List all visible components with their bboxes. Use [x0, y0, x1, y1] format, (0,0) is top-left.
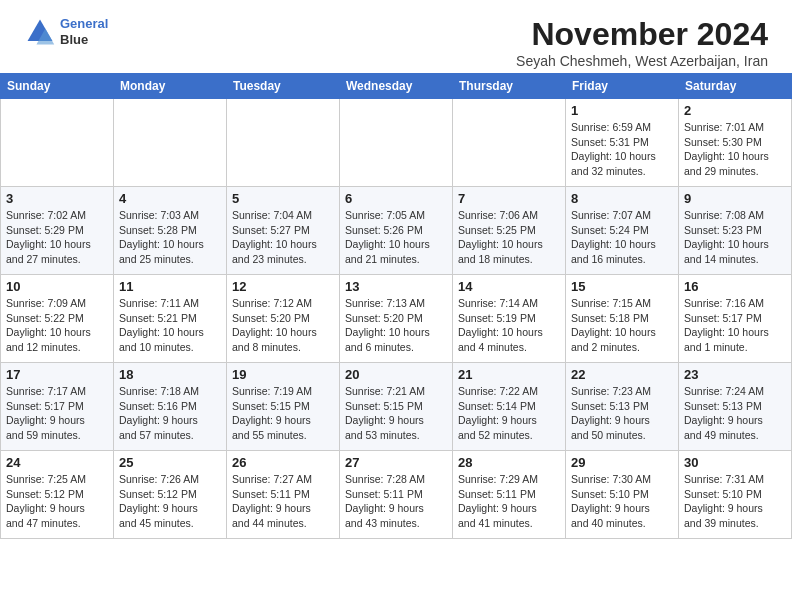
day-info: Sunrise: 7:23 AM Sunset: 5:13 PM Dayligh… — [571, 384, 673, 443]
day-info: Sunrise: 7:21 AM Sunset: 5:15 PM Dayligh… — [345, 384, 447, 443]
weekday-header-friday: Friday — [566, 74, 679, 99]
weekday-header-thursday: Thursday — [453, 74, 566, 99]
day-info: Sunrise: 7:27 AM Sunset: 5:11 PM Dayligh… — [232, 472, 334, 531]
day-number: 28 — [458, 455, 560, 470]
calendar-cell: 2Sunrise: 7:01 AM Sunset: 5:30 PM Daylig… — [679, 99, 792, 187]
day-info: Sunrise: 7:19 AM Sunset: 5:15 PM Dayligh… — [232, 384, 334, 443]
day-info: Sunrise: 7:22 AM Sunset: 5:14 PM Dayligh… — [458, 384, 560, 443]
calendar-cell: 23Sunrise: 7:24 AM Sunset: 5:13 PM Dayli… — [679, 363, 792, 451]
calendar-cell: 16Sunrise: 7:16 AM Sunset: 5:17 PM Dayli… — [679, 275, 792, 363]
weekday-header-monday: Monday — [114, 74, 227, 99]
day-info: Sunrise: 7:18 AM Sunset: 5:16 PM Dayligh… — [119, 384, 221, 443]
day-info: Sunrise: 7:01 AM Sunset: 5:30 PM Dayligh… — [684, 120, 786, 179]
calendar-table: SundayMondayTuesdayWednesdayThursdayFrid… — [0, 73, 792, 539]
calendar-cell: 30Sunrise: 7:31 AM Sunset: 5:10 PM Dayli… — [679, 451, 792, 539]
day-number: 25 — [119, 455, 221, 470]
day-number: 2 — [684, 103, 786, 118]
day-number: 22 — [571, 367, 673, 382]
calendar-cell: 20Sunrise: 7:21 AM Sunset: 5:15 PM Dayli… — [340, 363, 453, 451]
calendar-cell — [1, 99, 114, 187]
calendar-cell: 1Sunrise: 6:59 AM Sunset: 5:31 PM Daylig… — [566, 99, 679, 187]
day-info: Sunrise: 7:09 AM Sunset: 5:22 PM Dayligh… — [6, 296, 108, 355]
calendar-cell — [114, 99, 227, 187]
weekday-header-sunday: Sunday — [1, 74, 114, 99]
calendar-cell: 12Sunrise: 7:12 AM Sunset: 5:20 PM Dayli… — [227, 275, 340, 363]
calendar-cell: 29Sunrise: 7:30 AM Sunset: 5:10 PM Dayli… — [566, 451, 679, 539]
day-number: 29 — [571, 455, 673, 470]
calendar-cell: 18Sunrise: 7:18 AM Sunset: 5:16 PM Dayli… — [114, 363, 227, 451]
day-info: Sunrise: 7:07 AM Sunset: 5:24 PM Dayligh… — [571, 208, 673, 267]
day-info: Sunrise: 7:12 AM Sunset: 5:20 PM Dayligh… — [232, 296, 334, 355]
day-number: 13 — [345, 279, 447, 294]
day-number: 16 — [684, 279, 786, 294]
location-subtitle: Seyah Cheshmeh, West Azerbaijan, Iran — [516, 53, 768, 69]
day-info: Sunrise: 7:14 AM Sunset: 5:19 PM Dayligh… — [458, 296, 560, 355]
day-info: Sunrise: 7:24 AM Sunset: 5:13 PM Dayligh… — [684, 384, 786, 443]
calendar-cell: 27Sunrise: 7:28 AM Sunset: 5:11 PM Dayli… — [340, 451, 453, 539]
day-info: Sunrise: 7:29 AM Sunset: 5:11 PM Dayligh… — [458, 472, 560, 531]
day-info: Sunrise: 7:06 AM Sunset: 5:25 PM Dayligh… — [458, 208, 560, 267]
calendar-cell — [453, 99, 566, 187]
day-info: Sunrise: 7:16 AM Sunset: 5:17 PM Dayligh… — [684, 296, 786, 355]
calendar-cell: 9Sunrise: 7:08 AM Sunset: 5:23 PM Daylig… — [679, 187, 792, 275]
day-info: Sunrise: 7:17 AM Sunset: 5:17 PM Dayligh… — [6, 384, 108, 443]
day-number: 26 — [232, 455, 334, 470]
day-number: 6 — [345, 191, 447, 206]
day-info: Sunrise: 7:11 AM Sunset: 5:21 PM Dayligh… — [119, 296, 221, 355]
calendar-cell: 6Sunrise: 7:05 AM Sunset: 5:26 PM Daylig… — [340, 187, 453, 275]
day-number: 20 — [345, 367, 447, 382]
title-block: November 2024 Seyah Cheshmeh, West Azerb… — [516, 16, 768, 69]
calendar-cell: 25Sunrise: 7:26 AM Sunset: 5:12 PM Dayli… — [114, 451, 227, 539]
day-number: 12 — [232, 279, 334, 294]
calendar-cell: 28Sunrise: 7:29 AM Sunset: 5:11 PM Dayli… — [453, 451, 566, 539]
calendar-cell: 14Sunrise: 7:14 AM Sunset: 5:19 PM Dayli… — [453, 275, 566, 363]
day-info: Sunrise: 7:13 AM Sunset: 5:20 PM Dayligh… — [345, 296, 447, 355]
calendar-cell: 15Sunrise: 7:15 AM Sunset: 5:18 PM Dayli… — [566, 275, 679, 363]
weekday-header-wednesday: Wednesday — [340, 74, 453, 99]
day-number: 15 — [571, 279, 673, 294]
calendar-cell: 22Sunrise: 7:23 AM Sunset: 5:13 PM Dayli… — [566, 363, 679, 451]
day-info: Sunrise: 7:25 AM Sunset: 5:12 PM Dayligh… — [6, 472, 108, 531]
weekday-header-saturday: Saturday — [679, 74, 792, 99]
day-number: 5 — [232, 191, 334, 206]
logo-icon — [24, 16, 56, 48]
day-info: Sunrise: 7:02 AM Sunset: 5:29 PM Dayligh… — [6, 208, 108, 267]
calendar-cell: 5Sunrise: 7:04 AM Sunset: 5:27 PM Daylig… — [227, 187, 340, 275]
day-number: 14 — [458, 279, 560, 294]
calendar-cell: 17Sunrise: 7:17 AM Sunset: 5:17 PM Dayli… — [1, 363, 114, 451]
day-number: 27 — [345, 455, 447, 470]
day-info: Sunrise: 7:26 AM Sunset: 5:12 PM Dayligh… — [119, 472, 221, 531]
month-title: November 2024 — [516, 16, 768, 53]
calendar-cell: 4Sunrise: 7:03 AM Sunset: 5:28 PM Daylig… — [114, 187, 227, 275]
day-number: 4 — [119, 191, 221, 206]
calendar-cell: 24Sunrise: 7:25 AM Sunset: 5:12 PM Dayli… — [1, 451, 114, 539]
calendar-cell: 11Sunrise: 7:11 AM Sunset: 5:21 PM Dayli… — [114, 275, 227, 363]
calendar-cell: 19Sunrise: 7:19 AM Sunset: 5:15 PM Dayli… — [227, 363, 340, 451]
day-number: 21 — [458, 367, 560, 382]
day-info: Sunrise: 7:04 AM Sunset: 5:27 PM Dayligh… — [232, 208, 334, 267]
day-number: 11 — [119, 279, 221, 294]
calendar-cell: 26Sunrise: 7:27 AM Sunset: 5:11 PM Dayli… — [227, 451, 340, 539]
day-number: 8 — [571, 191, 673, 206]
day-info: Sunrise: 7:08 AM Sunset: 5:23 PM Dayligh… — [684, 208, 786, 267]
day-number: 19 — [232, 367, 334, 382]
day-info: Sunrise: 7:05 AM Sunset: 5:26 PM Dayligh… — [345, 208, 447, 267]
day-number: 7 — [458, 191, 560, 206]
calendar-cell — [227, 99, 340, 187]
day-info: Sunrise: 7:15 AM Sunset: 5:18 PM Dayligh… — [571, 296, 673, 355]
day-info: Sunrise: 7:30 AM Sunset: 5:10 PM Dayligh… — [571, 472, 673, 531]
day-info: Sunrise: 7:28 AM Sunset: 5:11 PM Dayligh… — [345, 472, 447, 531]
day-number: 23 — [684, 367, 786, 382]
calendar-cell: 3Sunrise: 7:02 AM Sunset: 5:29 PM Daylig… — [1, 187, 114, 275]
day-number: 10 — [6, 279, 108, 294]
calendar-cell: 8Sunrise: 7:07 AM Sunset: 5:24 PM Daylig… — [566, 187, 679, 275]
logo-text: General Blue — [60, 16, 108, 47]
day-number: 24 — [6, 455, 108, 470]
day-number: 17 — [6, 367, 108, 382]
day-number: 30 — [684, 455, 786, 470]
calendar-cell — [340, 99, 453, 187]
logo: General Blue — [24, 16, 108, 48]
page-header: General Blue November 2024 Seyah Cheshme… — [0, 0, 792, 73]
calendar-cell: 10Sunrise: 7:09 AM Sunset: 5:22 PM Dayli… — [1, 275, 114, 363]
calendar-cell: 13Sunrise: 7:13 AM Sunset: 5:20 PM Dayli… — [340, 275, 453, 363]
